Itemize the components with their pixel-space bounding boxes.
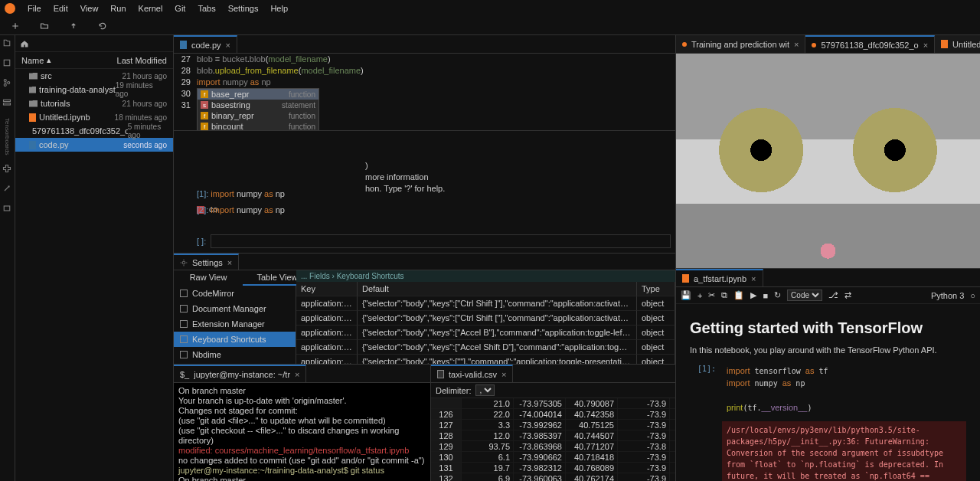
running-icon[interactable]	[2, 58, 13, 69]
commands-icon[interactable]	[2, 98, 13, 109]
file-name: training-data-analyst	[39, 85, 116, 94]
close-icon[interactable]: ×	[794, 40, 799, 49]
file-row[interactable]: tutorials21 hours ago	[15, 97, 173, 110]
kernel-name[interactable]: Python 3	[931, 291, 964, 300]
image-tab[interactable]: Untitled.ipynb×	[935, 35, 980, 53]
refresh-icon[interactable]	[93, 18, 112, 34]
python-icon	[180, 41, 187, 49]
copy-icon[interactable]: ⧉	[721, 290, 727, 300]
settings-nav-item[interactable]: Document Manager	[174, 301, 296, 316]
file-name: code.py	[39, 140, 69, 149]
tab-notebook[interactable]: a_tfstart.ipynb ×	[676, 269, 763, 286]
svg-point-3	[7, 82, 9, 84]
git-icon[interactable]	[2, 78, 13, 89]
close-icon[interactable]: ×	[227, 258, 232, 267]
file-browser-header[interactable]: Name▴ Last Modified	[15, 52, 173, 69]
image-preview[interactable]	[676, 54, 980, 268]
settings-row[interactable]: application:toggl…{"selector":"body","ke…	[296, 355, 675, 364]
csv-grid[interactable]: 21.0-73.97530540.790087-73.912622.0-74.0…	[431, 398, 675, 481]
tab-csv[interactable]: taxi-valid.csv ×	[431, 365, 513, 382]
breadcrumb[interactable]	[15, 35, 173, 52]
cut-icon[interactable]: ✂	[708, 290, 715, 300]
terminal[interactable]: On branch masterYour branch is up-to-dat…	[174, 383, 430, 481]
add-cell-icon[interactable]: +	[697, 291, 702, 300]
file-name: tutorials	[41, 99, 70, 108]
image-tab[interactable]: Training and prediction wit×	[676, 35, 805, 53]
csv-row[interactable]: 1273.3-73.99296240.75125-73.9	[431, 420, 675, 430]
code-cell[interactable]: import tensorflow as tf import numpy as …	[722, 362, 966, 417]
plugin-icon	[180, 351, 188, 358]
tensorboards-icon[interactable]: Tensorboards	[4, 118, 11, 155]
menu-git[interactable]: Git	[168, 2, 191, 15]
tab-terminal[interactable]: $_ jupyter@my-instance: ~/tr ×	[174, 365, 306, 382]
terminal-icon: $_	[180, 370, 189, 379]
menu-file[interactable]: File	[21, 2, 47, 15]
csv-row[interactable]: 12622.0-74.00401440.742358-73.9	[431, 409, 675, 420]
csv-row[interactable]: 1306.1-73.99066240.718418-73.9	[431, 452, 675, 463]
code-editor[interactable]: 2728293031 blob = bucket.blob(model_file…	[174, 54, 675, 130]
csv-row[interactable]: 12812.0-73.98539740.744507-73.9	[431, 430, 675, 441]
th-key[interactable]: Key	[296, 282, 358, 296]
console[interactable]: co ) more information hon. Type '?' for …	[174, 130, 675, 253]
close-icon[interactable]: ×	[751, 274, 756, 283]
save-icon[interactable]: 💾	[681, 290, 691, 300]
th-type[interactable]: Type	[637, 282, 675, 296]
plugin-icon	[180, 305, 188, 312]
tab-code-py[interactable]: code.py ×	[174, 35, 237, 53]
menu-kernel[interactable]: Kernel	[132, 2, 169, 15]
raw-view-mode[interactable]: Raw View	[174, 270, 243, 286]
git-icon[interactable]: ⎇	[828, 290, 838, 300]
files-icon[interactable]	[2, 38, 13, 49]
csv-row[interactable]: 12993.75-73.86396840.771207-73.8	[431, 441, 675, 452]
build-icon[interactable]	[2, 184, 13, 195]
delimiter-select[interactable]: ,	[475, 384, 495, 396]
file-row[interactable]: code.pyseconds ago	[15, 138, 173, 152]
celltype-select[interactable]: Code	[787, 290, 822, 301]
settings-row[interactable]: application:activ…{"selector":"body","ke…	[296, 296, 675, 311]
new-folder-icon[interactable]	[35, 18, 54, 34]
stop-icon[interactable]: ■	[763, 291, 768, 300]
autocomplete-item[interactable]: fbase_reprfunction	[198, 89, 318, 100]
upload-icon[interactable]	[64, 18, 83, 34]
csv-row[interactable]: 1326.9-73.96006340.762174-73.9	[431, 473, 675, 481]
settings-table[interactable]: Key Default Type application:activ…{"sel…	[296, 282, 675, 364]
file-row[interactable]: 579761138_dfc09fc352_o.jpg5 minutes ago	[15, 124, 173, 138]
menu-edit[interactable]: Edit	[47, 2, 74, 15]
th-default[interactable]: Default	[358, 282, 637, 296]
autocomplete-item[interactable]: sbasestringstatement	[198, 100, 318, 110]
csv-row[interactable]: 21.0-73.97530540.790087-73.9	[431, 398, 675, 409]
settings-nav-item[interactable]: Nbdime	[174, 347, 296, 362]
csv-row[interactable]: 13119.7-73.98231240.768089-73.9	[431, 463, 675, 473]
new-icon[interactable]	[6, 18, 24, 34]
settings-nav-item[interactable]: CodeMirror	[174, 286, 296, 301]
restart-icon[interactable]: ↻	[774, 290, 781, 300]
menu-settings[interactable]: Settings	[222, 2, 265, 15]
console-input[interactable]	[211, 234, 671, 248]
menu-tabs[interactable]: Tabs	[191, 2, 221, 15]
autocomplete-item[interactable]: fbincountfunction	[198, 121, 318, 130]
dirty-dot-icon	[812, 43, 816, 47]
paste-icon[interactable]: 📋	[733, 290, 744, 300]
file-row[interactable]: training-data-analyst19 minutes ago	[15, 83, 173, 97]
settings-nav-item[interactable]: Keyboard Shortcuts	[174, 332, 296, 347]
menu-help[interactable]: Help	[264, 2, 294, 15]
notebook-body[interactable]: Getting started with TensorFlow In this …	[676, 304, 980, 481]
close-icon[interactable]: ×	[226, 41, 230, 50]
settings-row[interactable]: application:toggl…{"selector":"body","ke…	[296, 326, 675, 340]
close-icon[interactable]: ×	[501, 370, 506, 379]
menu-view[interactable]: View	[74, 2, 105, 15]
extensions-icon[interactable]	[2, 164, 13, 175]
settings-row[interactable]: application:activ…{"selector":"body","ke…	[296, 311, 675, 326]
settings-row[interactable]: application:toggl…{"selector":"body","ke…	[296, 340, 675, 355]
diff-icon[interactable]: ⇄	[844, 290, 851, 300]
tabs-icon[interactable]	[2, 204, 13, 214]
tab-settings[interactable]: Settings ×	[174, 254, 239, 270]
close-icon[interactable]: ×	[923, 41, 928, 50]
image-tab[interactable]: 579761138_dfc09fc352_o×	[805, 35, 935, 53]
menu-run[interactable]: Run	[104, 2, 132, 15]
run-icon[interactable]: ▶	[750, 290, 756, 300]
close-icon[interactable]: ×	[295, 370, 299, 379]
settings-nav-item[interactable]: Extension Manager	[174, 316, 296, 332]
autocomplete-item[interactable]: fbinary_reprfunction	[198, 110, 318, 121]
autocomplete-popup[interactable]: fbase_reprfunctionsbasestringstatementfb…	[197, 88, 319, 130]
